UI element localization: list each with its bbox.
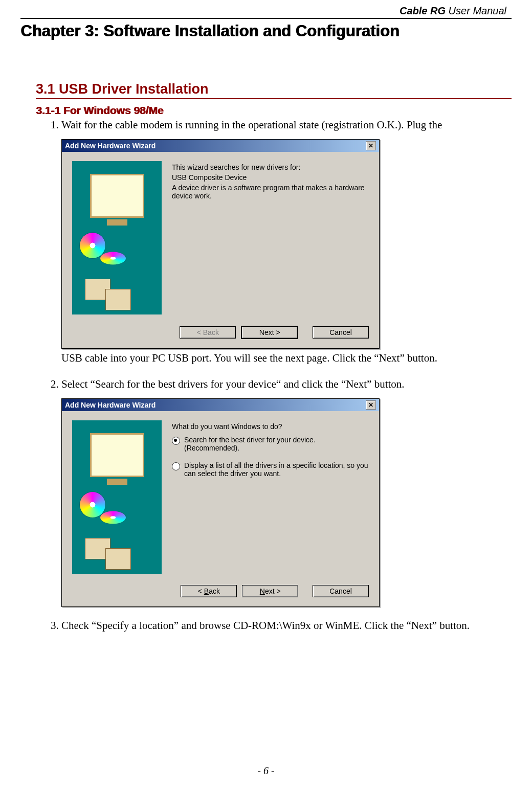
subsection-title: 3.1-1 For Windows 98/Me <box>36 104 512 117</box>
wizard-1-titlebar[interactable]: Add New Hardware Wizard ✕ <box>62 140 379 152</box>
wizard-side-art <box>72 161 162 314</box>
cancel-button[interactable]: Cancel <box>313 326 369 339</box>
chapter-title: Chapter 3: Software Installation and Con… <box>20 22 512 40</box>
running-header: Cable RG User Manual <box>20 5 512 17</box>
wizard-1-line1: This wizard searches for new drivers for… <box>172 163 369 171</box>
radio-option-search-label: Search for the best driver for your devi… <box>184 436 369 452</box>
wizard-side-art <box>72 420 162 574</box>
page-number: - 6 - <box>0 765 532 777</box>
list-item: Check “Specify a location” and browse CD… <box>61 618 496 633</box>
header-rule <box>20 18 512 19</box>
wizard-1-title: Add New Hardware Wizard <box>65 142 156 150</box>
back-button[interactable]: < Back <box>181 585 237 597</box>
radio-option-list[interactable]: Display a list of all the drivers in a s… <box>172 461 369 478</box>
step-1-text-a: Wait for the cable modem is running in t… <box>61 118 496 132</box>
radio-icon <box>172 437 180 445</box>
radio-option-list-label: Display a list of all the drivers in a s… <box>184 461 369 478</box>
brand-text: Cable RG <box>400 5 446 16</box>
wizard-1-line2: A device driver is a software program th… <box>172 184 369 200</box>
radio-option-search[interactable]: Search for the best driver for your devi… <box>172 436 369 452</box>
wizard-1-device: USB Composite Device <box>172 173 369 182</box>
radio-icon <box>172 462 180 470</box>
step-1-text-b: USB cable into your PC USB port. You wil… <box>61 351 496 365</box>
brand-suffix: User Manual <box>446 5 506 16</box>
back-button: < Back <box>180 326 236 339</box>
list-item: Select “Search for the best drivers for … <box>61 377 496 607</box>
list-item: Wait for the cable modem is running in t… <box>61 118 496 366</box>
close-icon[interactable]: ✕ <box>366 400 376 410</box>
wizard-dialog-1: Add New Hardware Wizard ✕ This wizard se… <box>61 139 380 349</box>
step-list: Wait for the cable modem is running in t… <box>36 118 496 633</box>
wizard-2-title: Add New Hardware Wizard <box>65 401 156 409</box>
next-button[interactable]: Next > <box>242 585 298 597</box>
close-icon[interactable]: ✕ <box>366 141 376 150</box>
wizard-2-titlebar[interactable]: Add New Hardware Wizard ✕ <box>62 399 379 411</box>
step-2-text: Select “Search for the best drivers for … <box>61 377 496 391</box>
step-3-text: Check “Specify a location” and browse CD… <box>61 618 496 633</box>
cancel-button[interactable]: Cancel <box>313 585 369 597</box>
wizard-2-prompt: What do you want Windows to do? <box>172 422 369 431</box>
section-title: 3.1 USB Driver Installation <box>36 81 512 99</box>
wizard-dialog-2: Add New Hardware Wizard ✕ What do you wa… <box>61 398 380 607</box>
next-button[interactable]: Next > <box>241 326 298 339</box>
